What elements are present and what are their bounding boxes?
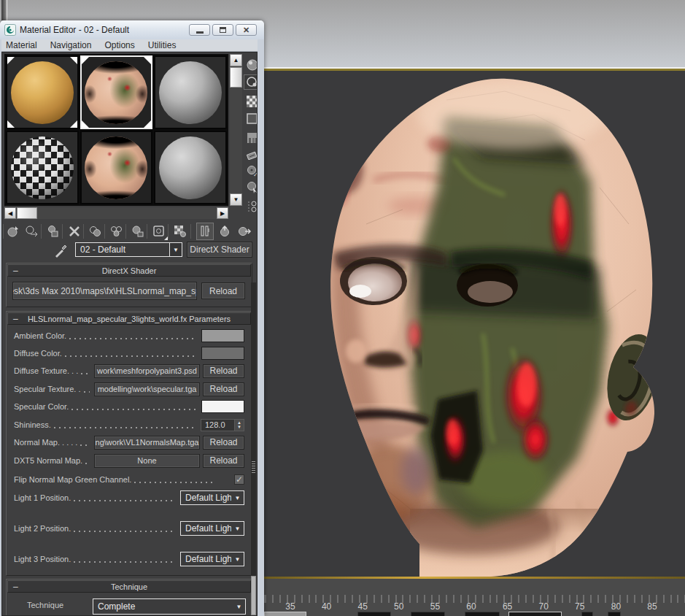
- material-name-dropdown[interactable]: 02 - Default ▼: [75, 242, 182, 257]
- specular-texture-button[interactable]: modelling\work\specular.tga: [94, 382, 200, 396]
- background-checker-icon[interactable]: [244, 93, 258, 109]
- show-map-in-viewport-icon[interactable]: [171, 223, 189, 240]
- timeline-label: 85: [647, 601, 657, 612]
- scroll-gripper[interactable]: [252, 461, 255, 473]
- rollout-header-technique[interactable]: – Technique: [7, 580, 251, 593]
- sample-slot-checker[interactable]: [6, 131, 79, 204]
- scrollbar-thumb[interactable]: [17, 207, 37, 219]
- param-row-flip-green-channel: Flip Normal Map Green Channel. ✓: [14, 472, 244, 487]
- shader-file-button[interactable]: desk\3ds Max 2010\maps\fx\HLSLnormal_map…: [12, 282, 197, 300]
- scroll-down-icon[interactable]: ▼: [230, 193, 242, 206]
- put-to-library-icon[interactable]: [129, 223, 147, 240]
- chevron-down-icon[interactable]: ▼: [231, 522, 244, 535]
- dock-handle: [1, 0, 7, 20]
- timeline-label: 55: [430, 601, 440, 612]
- titlebar[interactable]: Material Editor - 02 - Default ✕: [0, 20, 264, 39]
- close-button[interactable]: ✕: [236, 24, 257, 36]
- slots-horizontal-scrollbar[interactable]: ◀ ▶: [4, 207, 228, 219]
- menu-utilities[interactable]: Utilities: [148, 40, 177, 50]
- chevron-down-icon[interactable]: ▼: [231, 553, 244, 566]
- perspective-viewport[interactable]: [264, 71, 685, 577]
- put-material-to-scene-icon[interactable]: [23, 223, 41, 240]
- get-material-icon[interactable]: [4, 223, 22, 240]
- reset-map-icon[interactable]: [66, 223, 83, 240]
- normal-map-reload-button[interactable]: Reload: [203, 436, 244, 450]
- light1-dropdown[interactable]: Default Light ▼: [180, 490, 244, 505]
- shininess-spinner[interactable]: ▲▼: [235, 419, 244, 431]
- material-map-navigator-icon[interactable]: [244, 199, 258, 214]
- show-end-result-icon[interactable]: [196, 223, 214, 240]
- diffuse-texture-button[interactable]: work\meshforpolypaint3.psd: [94, 364, 200, 378]
- gold-sphere-preview: [11, 61, 74, 124]
- technique-dropdown[interactable]: Complete ▼: [93, 598, 246, 615]
- eyedropper-icon[interactable]: [53, 242, 68, 258]
- screenshot-root: 35 40 45 50 55 60 65 70 75 80 85 Materia…: [0, 0, 685, 616]
- menu-material[interactable]: Material: [6, 40, 37, 50]
- diffuse-reload-button[interactable]: Reload: [203, 364, 244, 378]
- gray-sphere-preview-2: [159, 136, 222, 199]
- timeline-label: 70: [539, 601, 549, 612]
- material-id-channel-icon[interactable]: [150, 223, 168, 240]
- shader-reload-button[interactable]: Reload: [201, 282, 245, 299]
- make-preview-icon[interactable]: [244, 147, 258, 163]
- rollout-panel-scrollbar[interactable]: [251, 282, 256, 615]
- sample-slot-gold[interactable]: [6, 55, 79, 129]
- minimize-button[interactable]: [189, 24, 210, 36]
- menu-navigation[interactable]: Navigation: [50, 40, 92, 50]
- sample-slot-gray-2[interactable]: [154, 131, 227, 204]
- scroll-right-icon[interactable]: ▶: [217, 207, 228, 219]
- param-row-dxt5-normal-map: DXT5 Normal Map. None Reload: [14, 453, 244, 468]
- normal-map-button[interactable]: ng\work\VL1NormalsMap.tga: [94, 436, 200, 450]
- diffuse-color-swatch[interactable]: [201, 347, 244, 360]
- timeline-label: 75: [575, 601, 584, 612]
- sample-uv-tiling-icon[interactable]: [244, 111, 258, 126]
- collapse-icon: –: [13, 582, 18, 592]
- go-forward-to-sibling-icon[interactable]: [236, 223, 253, 240]
- param-row-specular-color: Specular Color.: [14, 399, 244, 414]
- sample-type-sphere-icon[interactable]: [244, 57, 258, 72]
- go-to-parent-icon[interactable]: [217, 223, 234, 240]
- sample-slot-face-selected[interactable]: [80, 55, 153, 129]
- timeline-label: 45: [358, 601, 368, 612]
- rollout-header-directx[interactable]: – DirectX Shader: [7, 264, 251, 277]
- light2-dropdown[interactable]: Default Light ▼: [180, 521, 244, 536]
- maximize-button[interactable]: [212, 24, 233, 36]
- maximize-icon: [220, 27, 226, 33]
- face-sphere-preview-2: [85, 136, 147, 199]
- chevron-down-icon[interactable]: ▼: [233, 599, 245, 614]
- select-by-material-icon[interactable]: [244, 180, 258, 195]
- sample-slot-face-2[interactable]: [80, 131, 153, 204]
- make-material-copy-icon[interactable]: [87, 223, 104, 240]
- svg-text:✓: ✓: [253, 172, 258, 178]
- backlight-icon[interactable]: [244, 74, 258, 90]
- dxt5-normal-map-button[interactable]: None: [94, 454, 200, 468]
- scrollbar-thumb[interactable]: [230, 67, 242, 88]
- material-type-button[interactable]: DirectX Shader: [187, 242, 252, 258]
- spinner-down-icon[interactable]: ▼: [237, 425, 241, 429]
- shininess-field[interactable]: 128.0: [201, 419, 235, 431]
- specular-reload-button[interactable]: Reload: [203, 382, 244, 396]
- rollout-header-parameters[interactable]: – HLSLnormal_map_specular_3lights_world.…: [7, 312, 251, 325]
- chevron-down-icon[interactable]: ▼: [169, 243, 182, 256]
- rollout-directx-shader: – DirectX Shader desk\3ds Max 2010\maps\…: [6, 263, 252, 307]
- bottom-button-partial: [581, 612, 593, 616]
- options-icon[interactable]: ✓: [244, 163, 258, 179]
- menu-options[interactable]: Options: [104, 40, 134, 50]
- rollout-fx-parameters: – HLSLnormal_map_specular_3lights_world.…: [6, 311, 252, 576]
- scroll-up-icon[interactable]: ▲: [230, 54, 242, 66]
- timeline-trackbar[interactable]: 35 40 45 50 55 60 65 70 75 80 85: [264, 579, 685, 616]
- video-color-check-icon[interactable]: [244, 130, 258, 145]
- chevron-down-icon[interactable]: ▼: [231, 491, 244, 504]
- make-unique-icon[interactable]: [108, 223, 125, 240]
- sample-slot-gray-1[interactable]: [154, 55, 227, 129]
- light3-dropdown[interactable]: Default Light ▼: [180, 552, 244, 566]
- scrollbar-thumb[interactable]: [251, 576, 256, 615]
- bottom-button-partial: [508, 612, 562, 616]
- flip-green-checkbox[interactable]: ✓: [234, 474, 244, 485]
- slots-vertical-scrollbar[interactable]: ▲ ▼: [230, 54, 242, 206]
- assign-material-to-selection-icon[interactable]: [44, 223, 62, 240]
- ambient-color-swatch[interactable]: [201, 329, 244, 342]
- specular-color-swatch[interactable]: [201, 400, 244, 413]
- scroll-left-icon[interactable]: ◀: [4, 207, 16, 219]
- dxt5-reload-button[interactable]: Reload: [203, 454, 244, 468]
